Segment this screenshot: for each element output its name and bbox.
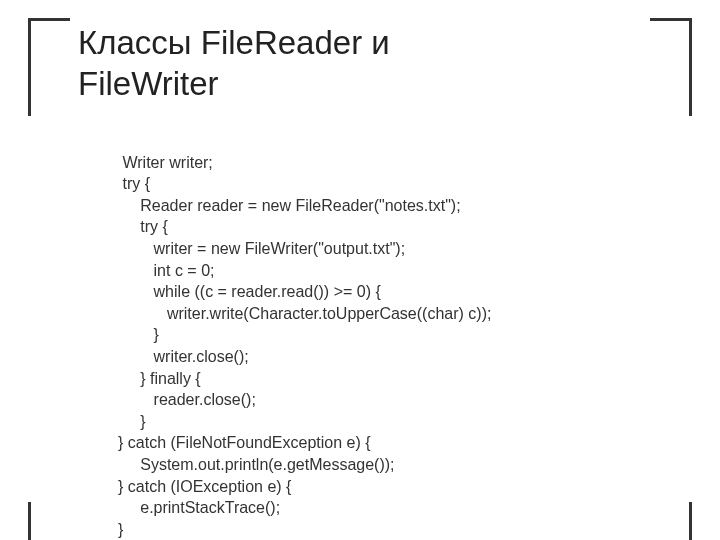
code-line: while ((c = reader.read()) >= 0) { — [118, 283, 381, 300]
code-line: } — [118, 326, 159, 343]
frame-corner-bottom-left — [28, 502, 70, 540]
frame-corner-top-left — [28, 18, 70, 116]
code-line: reader.close(); — [118, 391, 256, 408]
code-line: writer.write(Character.toUpperCase((char… — [118, 305, 491, 322]
frame-corner-top-right — [650, 18, 692, 116]
code-line: } catch (IOException e) { — [118, 478, 291, 495]
code-line: System.out.println(e.getMessage()); — [118, 456, 395, 473]
frame-corner-bottom-right — [650, 502, 692, 540]
code-line: int c = 0; — [118, 262, 214, 279]
title-line-2: FileWriter — [78, 65, 219, 102]
code-line: Writer writer; — [118, 154, 213, 171]
slide-title: Классы FileReader и FileWriter — [78, 22, 390, 105]
code-line: writer = new FileWriter("output.txt"); — [118, 240, 405, 257]
code-line: } — [118, 413, 146, 430]
code-line: } catch (FileNotFoundException e) { — [118, 434, 371, 451]
code-line: try { — [118, 175, 150, 192]
code-line: Reader reader = new FileReader("notes.tx… — [118, 197, 461, 214]
code-line: } finally { — [118, 370, 201, 387]
code-line: writer.close(); — [118, 348, 249, 365]
code-block: Writer writer; try { Reader reader = new… — [118, 130, 491, 540]
code-line: e.printStackTrace(); — [118, 499, 280, 516]
title-line-1: Классы FileReader и — [78, 24, 390, 61]
code-line: } — [118, 521, 123, 538]
code-line: try { — [118, 218, 168, 235]
